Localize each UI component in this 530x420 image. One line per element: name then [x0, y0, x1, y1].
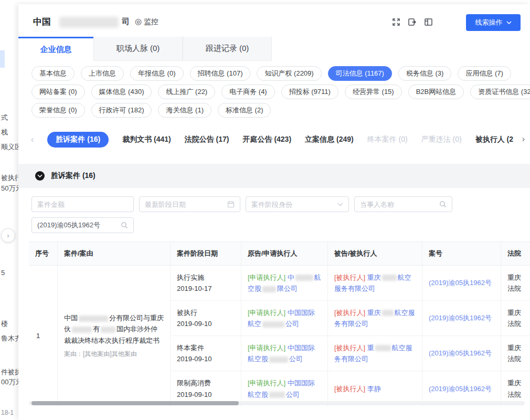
info-chip-row-2: 网站备案 (0) 媒体信息 (430) 线上推广 (22) 电子商务 (4) 招…: [31, 85, 530, 99]
case-stage-role-select[interactable]: [246, 196, 349, 212]
plaintiff-tag: [申请执行人]: [248, 344, 285, 352]
latest-stage-date-input[interactable]: [145, 201, 224, 208]
chip-annual-report[interactable]: 年报信息 (0): [130, 66, 184, 81]
chip-basic-info[interactable]: 基本信息: [31, 66, 75, 81]
stage-cell: 被执行2019-09-10: [171, 301, 241, 335]
clue-actions-label: 线索操作: [475, 18, 503, 27]
redacted-text: [269, 356, 288, 363]
chip-listing-info[interactable]: 上市信息: [81, 66, 124, 81]
judicial-icon[interactable]: 司: [122, 17, 130, 27]
chip-standards-info[interactable]: 标准信息 (2): [218, 103, 271, 118]
case-number-cell: (2019)渝05执1962号: [422, 301, 501, 335]
redacted-text: [382, 275, 397, 281]
plaintiff-cell: [申请执行人] 中国国际航空公司: [241, 301, 328, 335]
redacted-text: [375, 345, 391, 351]
case-amount-input[interactable]: [37, 201, 128, 208]
case-number-cell: (2019)渝05执1962号: [422, 266, 501, 300]
panel-expander-button[interactable]: ›: [1, 228, 15, 243]
won-cases-section-header: 胜诉案件 (16): [18, 164, 530, 188]
chip-customs-info[interactable]: 海关信息 (1): [158, 103, 211, 118]
plaintiff-tag: [申请执行人]: [248, 379, 285, 387]
fullscreen-icon[interactable]: [392, 18, 400, 26]
case-number-link[interactable]: (2019)渝05执1962号: [429, 277, 494, 288]
case-number-field[interactable]: [31, 217, 134, 233]
company-title: 中国: [33, 16, 51, 28]
chip-app-info[interactable]: 应用信息 (7): [458, 66, 511, 81]
tab-company-info[interactable]: 企业信息: [18, 37, 93, 61]
chip-media-info[interactable]: 媒体信息 (430): [91, 85, 152, 99]
subtab-terminated-cases[interactable]: 终本案件 (0): [367, 135, 408, 144]
chip-recruitment[interactable]: 招聘信息 (107): [190, 66, 251, 81]
chip-b2b-website[interactable]: B2B网站信息: [408, 85, 464, 99]
col-header-plaintiff: 原告/申请执行人: [241, 242, 328, 265]
tab-workplace-network[interactable]: 职场人脉 (0): [93, 37, 183, 61]
plaintiff-tag: [申请执行人]: [248, 309, 285, 317]
case-cause: 案由：[其他案由]其他案由: [64, 349, 164, 360]
party-name-input[interactable]: [360, 201, 436, 208]
latest-stage-date-field[interactable]: [139, 196, 240, 212]
defendant-tag: [被执行人]: [334, 274, 365, 281]
chip-tax-info[interactable]: 税务信息 (3): [398, 66, 452, 81]
monitor-icon: ◎: [135, 17, 142, 26]
col-header-defendant: 被告/被执行人: [328, 242, 422, 265]
party-name-field[interactable]: [354, 196, 452, 212]
subtab-judgment-debtor[interactable]: 被执行人 (2: [475, 135, 513, 144]
background-page: 式 栈 顺义区 被执行 50万元 5 楼 鲁木齐 件被执 00万元 18-1 ›: [0, 0, 18, 420]
col-header-case-number: 案号: [422, 242, 501, 265]
horizontal-scrollbar-track[interactable]: [29, 401, 525, 405]
chip-icp-filing[interactable]: 网站备案 (0): [31, 85, 85, 99]
redacted-text: [295, 275, 313, 281]
chip-intellectual-property[interactable]: 知识产权 (2209): [257, 66, 321, 81]
stage-subrow: 执行实施2019-10-17 [申请执行人] 中航空股限公司 [被执行人] 重庆…: [171, 266, 530, 301]
clue-actions-button[interactable]: 线索操作: [466, 14, 521, 31]
court-cell: 重庆法院: [501, 266, 530, 300]
chip-business-abnormality[interactable]: 经营异常 (15): [345, 85, 402, 99]
subtab-judgment-documents[interactable]: 裁判文书 (441): [122, 135, 171, 144]
case-stage-role-input[interactable]: [251, 201, 334, 208]
monitor-label: 监控: [144, 17, 158, 26]
tab-bar: 企业信息 职场人脉 (0) 跟进记录 (0): [18, 37, 272, 61]
case-number-link[interactable]: (2019)渝05执1962号: [429, 348, 494, 359]
redacted-text: [79, 316, 108, 322]
background-highlight: [0, 50, 5, 68]
subtab-case-filing[interactable]: 立案信息 (249): [305, 135, 354, 144]
plaintiff-cell: [申请执行人] 中航空股限公司: [241, 266, 328, 300]
horizontal-scrollbar-thumb[interactable]: [31, 401, 239, 405]
export-icon[interactable]: [408, 18, 417, 26]
info-chip-row-3: 荣誉信息 (0) 行政许可 (182) 海关信息 (1) 标准信息 (2): [31, 103, 271, 118]
redacted-company-name: [59, 17, 119, 28]
subtab-next-icon[interactable]: ›: [520, 134, 525, 144]
case-title[interactable]: 中国分有限公司与重庆伙有国内非涉外仲裁裁决终结本次执行程序裁定书: [64, 312, 164, 346]
layout-icon[interactable]: [424, 18, 433, 26]
stage-subrows: 执行实施2019-10-17 [申请执行人] 中航空股限公司 [被执行人] 重庆…: [171, 266, 530, 406]
chip-bidding[interactable]: 招投标 (9711): [281, 85, 338, 99]
subtab-won-cases[interactable]: 胜诉案件 (16): [47, 132, 109, 148]
redacted-text: [72, 327, 92, 333]
monitor-button[interactable]: ◎监控: [135, 17, 158, 27]
subtab-court-announcements[interactable]: 法院公告 (17): [185, 135, 229, 144]
tab-follow-up-records[interactable]: 跟进记录 (0): [183, 37, 272, 61]
subtab-prev-icon[interactable]: ‹: [31, 135, 34, 144]
case-number-link[interactable]: (2019)渝05执1962号: [429, 383, 494, 394]
chip-judicial-info[interactable]: 司法信息 (1167): [328, 66, 392, 81]
case-number-input[interactable]: [37, 222, 118, 229]
won-cases-table: 序号 案件/案由 案件阶段日期 原告/申请执行人 被告/被执行人 案号 法院 1…: [29, 242, 530, 406]
case-amount-field[interactable]: [31, 196, 134, 212]
chip-qualification-certificates[interactable]: 资质证书信息 (32): [470, 85, 530, 99]
chip-administrative-license[interactable]: 行政许可 (182): [91, 103, 152, 118]
plaintiff-tag: [申请执行人]: [248, 274, 285, 281]
stage-subrow: 终本案件2019-09-10 [申请执行人] 中国国际航空股公司 [被执行人] …: [171, 336, 530, 371]
chip-honor-info[interactable]: 荣誉信息 (0): [31, 103, 85, 118]
subtab-serious-violations[interactable]: 严重违法 (0): [421, 135, 462, 144]
collapse-icon[interactable]: [35, 171, 45, 181]
info-chip-row-1: 基本信息 上市信息 年报信息 (0) 招聘信息 (107) 知识产权 (2209…: [31, 66, 511, 81]
background-text: 栈: [1, 128, 8, 137]
chip-online-promotion[interactable]: 线上推广 (22): [158, 85, 215, 99]
case-number-link[interactable]: (2019)渝05执1962号: [429, 312, 494, 323]
col-header-stage-date: 案件阶段日期: [171, 242, 241, 265]
defendant-link[interactable]: 李静: [367, 385, 381, 393]
section-title: 胜诉案件 (16): [51, 171, 96, 181]
chip-ecommerce[interactable]: 电子商务 (4): [221, 85, 275, 99]
subtab-hearing-announcements[interactable]: 开庭公告 (423): [243, 135, 292, 144]
defendant-tag: [被执行人]: [334, 309, 365, 317]
